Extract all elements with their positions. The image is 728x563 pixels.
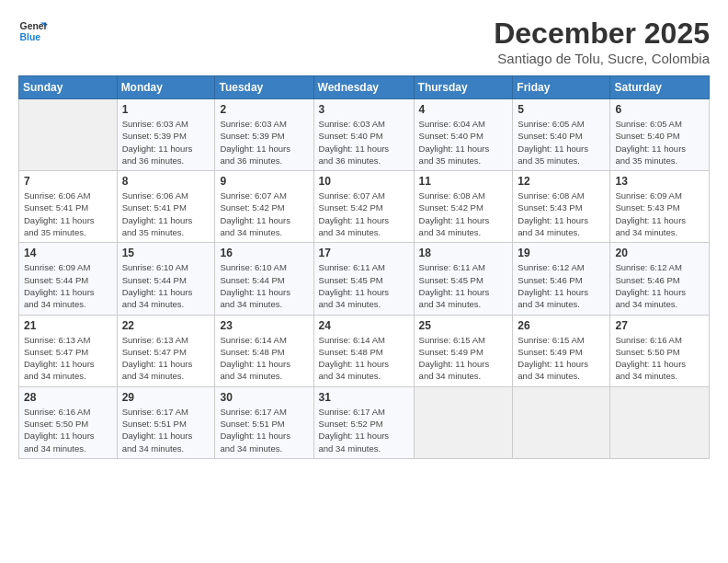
day-cell: 11Sunrise: 6:08 AM Sunset: 5:42 PM Dayli…	[414, 171, 513, 243]
day-number: 14	[24, 247, 112, 259]
weekday-header-sunday: Sunday	[19, 76, 118, 99]
day-number: 24	[319, 319, 409, 332]
title-block: December 2025 Santiago de Tolu, Sucre, C…	[494, 17, 710, 66]
day-number: 23	[220, 319, 308, 332]
day-info: Sunrise: 6:09 AM Sunset: 5:44 PM Dayligh…	[24, 261, 112, 310]
svg-text:Blue: Blue	[20, 32, 41, 42]
day-info: Sunrise: 6:17 AM Sunset: 5:51 PM Dayligh…	[122, 406, 210, 454]
day-number: 12	[518, 175, 605, 188]
weekday-header-row: SundayMondayTuesdayWednesdayThursdayFrid…	[19, 76, 710, 99]
calendar-page: General Blue December 2025 Santiago de T…	[0, 0, 728, 563]
day-number: 3	[319, 103, 409, 116]
weekday-header-saturday: Saturday	[610, 76, 710, 99]
day-info: Sunrise: 6:03 AM Sunset: 5:39 PM Dayligh…	[220, 118, 308, 167]
day-info: Sunrise: 6:07 AM Sunset: 5:42 PM Dayligh…	[319, 190, 409, 238]
day-number: 5	[518, 103, 605, 116]
day-info: Sunrise: 6:08 AM Sunset: 5:42 PM Dayligh…	[419, 190, 508, 238]
day-cell: 20Sunrise: 6:12 AM Sunset: 5:46 PM Dayli…	[610, 243, 710, 315]
day-info: Sunrise: 6:07 AM Sunset: 5:42 PM Dayligh…	[220, 190, 308, 238]
day-info: Sunrise: 6:15 AM Sunset: 5:49 PM Dayligh…	[518, 334, 605, 383]
day-number: 19	[518, 247, 605, 259]
day-number: 8	[122, 175, 210, 188]
day-number: 15	[122, 247, 210, 259]
day-cell	[414, 386, 513, 458]
day-info: Sunrise: 6:08 AM Sunset: 5:43 PM Dayligh…	[518, 190, 605, 238]
day-cell: 13Sunrise: 6:09 AM Sunset: 5:43 PM Dayli…	[610, 171, 710, 243]
day-number: 4	[419, 103, 508, 116]
page-header: General Blue December 2025 Santiago de T…	[18, 17, 710, 66]
weekday-header-wednesday: Wednesday	[313, 76, 414, 99]
weekday-header-thursday: Thursday	[414, 76, 513, 99]
day-cell: 6Sunrise: 6:05 AM Sunset: 5:40 PM Daylig…	[610, 99, 710, 171]
day-cell: 18Sunrise: 6:11 AM Sunset: 5:45 PM Dayli…	[414, 243, 513, 315]
day-cell: 4Sunrise: 6:04 AM Sunset: 5:40 PM Daylig…	[414, 99, 513, 171]
week-row-4: 21Sunrise: 6:13 AM Sunset: 5:47 PM Dayli…	[19, 315, 710, 386]
day-cell: 17Sunrise: 6:11 AM Sunset: 5:45 PM Dayli…	[313, 243, 414, 315]
day-cell: 30Sunrise: 6:17 AM Sunset: 5:51 PM Dayli…	[215, 386, 313, 458]
day-info: Sunrise: 6:17 AM Sunset: 5:52 PM Dayligh…	[319, 406, 409, 454]
day-cell: 3Sunrise: 6:03 AM Sunset: 5:40 PM Daylig…	[313, 99, 414, 171]
day-info: Sunrise: 6:17 AM Sunset: 5:51 PM Dayligh…	[220, 406, 308, 454]
day-cell: 28Sunrise: 6:16 AM Sunset: 5:50 PM Dayli…	[19, 386, 118, 458]
day-cell: 23Sunrise: 6:14 AM Sunset: 5:48 PM Dayli…	[215, 315, 313, 386]
day-info: Sunrise: 6:10 AM Sunset: 5:44 PM Dayligh…	[122, 261, 210, 310]
location-subtitle: Santiago de Tolu, Sucre, Colombia	[494, 51, 710, 66]
day-number: 22	[122, 319, 210, 332]
day-info: Sunrise: 6:10 AM Sunset: 5:44 PM Dayligh…	[220, 261, 308, 310]
day-cell: 22Sunrise: 6:13 AM Sunset: 5:47 PM Dayli…	[117, 315, 215, 386]
day-cell: 9Sunrise: 6:07 AM Sunset: 5:42 PM Daylig…	[215, 171, 313, 243]
day-info: Sunrise: 6:11 AM Sunset: 5:45 PM Dayligh…	[319, 261, 409, 310]
day-info: Sunrise: 6:06 AM Sunset: 5:41 PM Dayligh…	[122, 190, 210, 238]
day-number: 11	[419, 175, 508, 188]
weekday-header-monday: Monday	[117, 76, 215, 99]
day-cell: 1Sunrise: 6:03 AM Sunset: 5:39 PM Daylig…	[117, 99, 215, 171]
day-number: 7	[24, 175, 112, 188]
calendar-table: SundayMondayTuesdayWednesdayThursdayFrid…	[18, 75, 710, 459]
month-title: December 2025	[494, 17, 710, 51]
day-number: 28	[24, 391, 112, 404]
day-info: Sunrise: 6:04 AM Sunset: 5:40 PM Dayligh…	[419, 118, 508, 167]
day-number: 27	[615, 319, 704, 332]
day-cell: 2Sunrise: 6:03 AM Sunset: 5:39 PM Daylig…	[215, 99, 313, 171]
day-info: Sunrise: 6:16 AM Sunset: 5:50 PM Dayligh…	[24, 406, 112, 454]
day-info: Sunrise: 6:14 AM Sunset: 5:48 PM Dayligh…	[319, 334, 409, 383]
day-info: Sunrise: 6:15 AM Sunset: 5:49 PM Dayligh…	[419, 334, 508, 383]
week-row-5: 28Sunrise: 6:16 AM Sunset: 5:50 PM Dayli…	[19, 386, 710, 458]
day-cell: 24Sunrise: 6:14 AM Sunset: 5:48 PM Dayli…	[313, 315, 414, 386]
day-info: Sunrise: 6:13 AM Sunset: 5:47 PM Dayligh…	[24, 334, 112, 383]
day-info: Sunrise: 6:12 AM Sunset: 5:46 PM Dayligh…	[615, 261, 704, 310]
day-info: Sunrise: 6:16 AM Sunset: 5:50 PM Dayligh…	[615, 334, 704, 383]
logo: General Blue	[18, 17, 51, 46]
weekday-header-friday: Friday	[513, 76, 610, 99]
day-cell: 5Sunrise: 6:05 AM Sunset: 5:40 PM Daylig…	[513, 99, 610, 171]
day-number: 25	[419, 319, 508, 332]
day-info: Sunrise: 6:11 AM Sunset: 5:45 PM Dayligh…	[419, 261, 508, 310]
day-cell	[610, 386, 710, 458]
day-info: Sunrise: 6:03 AM Sunset: 5:40 PM Dayligh…	[319, 118, 409, 167]
day-info: Sunrise: 6:12 AM Sunset: 5:46 PM Dayligh…	[518, 261, 605, 310]
day-number: 20	[615, 247, 704, 259]
day-cell: 7Sunrise: 6:06 AM Sunset: 5:41 PM Daylig…	[19, 171, 118, 243]
week-row-3: 14Sunrise: 6:09 AM Sunset: 5:44 PM Dayli…	[19, 243, 710, 315]
day-number: 30	[220, 391, 308, 404]
day-info: Sunrise: 6:05 AM Sunset: 5:40 PM Dayligh…	[518, 118, 605, 167]
day-cell: 15Sunrise: 6:10 AM Sunset: 5:44 PM Dayli…	[117, 243, 215, 315]
day-number: 16	[220, 247, 308, 259]
day-cell: 25Sunrise: 6:15 AM Sunset: 5:49 PM Dayli…	[414, 315, 513, 386]
weekday-header-tuesday: Tuesday	[215, 76, 313, 99]
day-cell: 16Sunrise: 6:10 AM Sunset: 5:44 PM Dayli…	[215, 243, 313, 315]
week-row-2: 7Sunrise: 6:06 AM Sunset: 5:41 PM Daylig…	[19, 171, 710, 243]
day-cell	[19, 99, 118, 171]
day-cell	[513, 386, 610, 458]
day-cell: 21Sunrise: 6:13 AM Sunset: 5:47 PM Dayli…	[19, 315, 118, 386]
day-number: 1	[122, 103, 210, 116]
week-row-1: 1Sunrise: 6:03 AM Sunset: 5:39 PM Daylig…	[19, 99, 710, 171]
day-number: 21	[24, 319, 112, 332]
day-number: 18	[419, 247, 508, 259]
day-number: 10	[319, 175, 409, 188]
day-number: 6	[615, 103, 704, 116]
day-info: Sunrise: 6:13 AM Sunset: 5:47 PM Dayligh…	[122, 334, 210, 383]
day-cell: 29Sunrise: 6:17 AM Sunset: 5:51 PM Dayli…	[117, 386, 215, 458]
day-info: Sunrise: 6:03 AM Sunset: 5:39 PM Dayligh…	[122, 118, 210, 167]
day-number: 13	[615, 175, 704, 188]
